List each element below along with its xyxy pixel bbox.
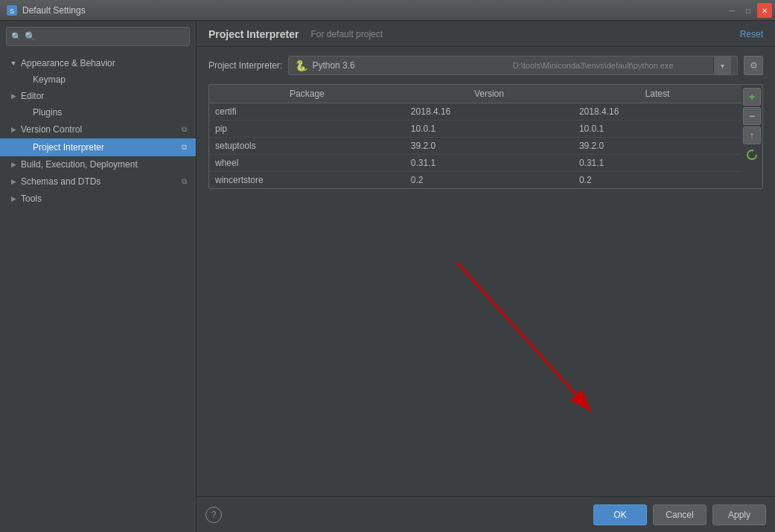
sidebar-item-plugins[interactable]: ▶ Plugins — [0, 104, 196, 121]
content-header-left: Project Interpreter For default project — [208, 28, 383, 40]
table-row[interactable]: wincertstore0.20.2 — [209, 172, 741, 189]
upgrade-package-button[interactable]: ↑ — [743, 126, 761, 144]
maximize-button[interactable]: □ — [741, 3, 756, 18]
cell-package: pip — [209, 121, 405, 138]
content-area: Project Interpreter For default project … — [197, 21, 775, 532]
sidebar-item-label: Keymap — [33, 74, 190, 85]
arrow-icon: ▶ — [9, 194, 18, 203]
table-row[interactable]: setuptools39.2.039.2.0 — [209, 138, 741, 155]
arrow-icon: ▶ — [9, 160, 18, 169]
sidebar-item-tools[interactable]: ▶ Tools — [0, 190, 196, 207]
cell-version: 10.0.1 — [405, 121, 573, 138]
apply-button[interactable]: Apply — [712, 504, 766, 525]
content-header: Project Interpreter For default project … — [197, 21, 775, 47]
add-package-button[interactable]: + — [743, 88, 761, 106]
title-bar-text: Default Settings — [22, 5, 86, 16]
question-mark-icon: ? — [211, 510, 217, 520]
arrow-icon: ▶ — [9, 125, 18, 134]
close-button[interactable]: ✕ — [757, 3, 772, 18]
dropdown-arrow-button[interactable]: ▾ — [713, 57, 731, 74]
refresh-button[interactable] — [743, 146, 761, 164]
sidebar-item-keymap[interactable]: ▶ Keymap — [0, 71, 196, 88]
search-box[interactable]: 🔍 — [6, 27, 190, 46]
content-body: Project Interpreter: 🐍 Python 3.6 D:\too… — [197, 47, 775, 496]
col-header-package: Package — [209, 85, 405, 103]
sidebar-item-label: Editor — [21, 91, 190, 101]
sidebar-item-label: Appearance & Behavior — [21, 58, 190, 68]
sidebar-nav: ▼ Appearance & Behavior ▶ Keymap ▶ Edito… — [0, 52, 196, 532]
table-row[interactable]: wheel0.31.10.31.1 — [209, 155, 741, 172]
cell-package: wincertstore — [209, 172, 405, 189]
cell-version: 0.31.1 — [405, 155, 573, 172]
package-table-container: Package Version Latest certifi2018.4.162… — [208, 84, 763, 189]
svg-point-2 — [747, 150, 756, 159]
minimize-button[interactable]: ─ — [724, 3, 739, 18]
arrow-icon: ▶ — [9, 177, 18, 186]
title-bar: S Default Settings ─ □ ✕ — [0, 0, 775, 21]
cell-latest: 10.0.1 — [573, 121, 741, 138]
interpreter-select[interactable]: 🐍 Python 3.6 D:\tools\Miniconda3\envs\de… — [288, 56, 738, 75]
bottom-bar: ? OK Cancel Apply — [197, 496, 775, 532]
interpreter-path: D:\tools\Miniconda3\envs\default\python.… — [513, 61, 713, 70]
cell-version: 2018.4.16 — [405, 103, 573, 121]
interpreter-label: Project Interpreter: — [208, 60, 282, 71]
cell-latest: 39.2.0 — [573, 138, 741, 155]
sidebar-item-label: Tools — [21, 193, 190, 204]
cancel-button[interactable]: Cancel — [653, 504, 707, 525]
content-title: Project Interpreter — [208, 28, 299, 40]
svg-line-4 — [457, 263, 591, 411]
cell-package: setuptools — [209, 138, 405, 155]
cell-package: certifi — [209, 103, 405, 121]
copy-icon: ⧉ — [178, 124, 190, 135]
table-side-buttons: + − ↑ — [741, 85, 762, 167]
cell-version: 0.2 — [405, 172, 573, 189]
interpreter-version: Python 3.6 — [312, 60, 512, 71]
interpreter-settings-button[interactable]: ⚙ — [744, 56, 763, 75]
ok-button[interactable]: OK — [593, 504, 647, 525]
sidebar-item-label: Schemas and DTDs — [21, 176, 178, 187]
app-icon: S — [6, 4, 18, 16]
content-subtitle: For default project — [310, 29, 383, 39]
reset-link[interactable]: Reset — [740, 29, 763, 39]
sidebar-item-version-control[interactable]: ▶ Version Control ⧉ — [0, 121, 196, 138]
table-row[interactable]: certifi2018.4.162018.4.16 — [209, 103, 741, 121]
help-button[interactable]: ? — [205, 507, 222, 523]
copy-icon: ⧉ — [178, 176, 190, 188]
sidebar-item-label: Build, Execution, Deployment — [21, 159, 190, 170]
title-bar-controls: ─ □ ✕ — [724, 3, 772, 18]
cell-latest: 0.2 — [573, 172, 741, 189]
sidebar: 🔍 ▼ Appearance & Behavior ▶ Keymap ▶ Edi… — [0, 21, 197, 532]
sidebar-item-label: Plugins — [33, 107, 190, 118]
sidebar-item-label: Version Control — [21, 124, 178, 135]
svg-text:S: S — [10, 7, 14, 15]
cell-version: 39.2.0 — [405, 138, 573, 155]
sidebar-item-appearance[interactable]: ▼ Appearance & Behavior — [0, 55, 196, 71]
col-header-latest: Latest — [573, 85, 741, 103]
search-icon: 🔍 — [11, 32, 22, 42]
python-icon: 🐍 — [295, 60, 307, 71]
table-row[interactable]: pip10.0.110.0.1 — [209, 121, 741, 138]
cell-package: wheel — [209, 155, 405, 172]
bottom-left: ? — [205, 507, 222, 523]
sidebar-item-build[interactable]: ▶ Build, Execution, Deployment — [0, 156, 196, 173]
bottom-right: OK Cancel Apply — [593, 504, 766, 525]
search-input[interactable] — [25, 31, 185, 42]
arrow-icon: ▼ — [9, 59, 18, 68]
package-table: Package Version Latest certifi2018.4.162… — [209, 85, 741, 188]
cell-latest: 0.31.1 — [573, 155, 741, 172]
arrow-icon: ▶ — [9, 92, 18, 100]
sidebar-item-schemas[interactable]: ▶ Schemas and DTDs ⧉ — [0, 173, 196, 190]
copy-icon: ⧉ — [178, 141, 190, 153]
sidebar-item-project-interpreter[interactable]: ▶ Project Interpreter ⧉ — [0, 138, 196, 156]
gear-icon: ⚙ — [750, 60, 758, 71]
remove-package-button[interactable]: − — [743, 107, 761, 125]
interpreter-row: Project Interpreter: 🐍 Python 3.6 D:\too… — [208, 56, 763, 75]
sidebar-item-editor[interactable]: ▶ Editor — [0, 88, 196, 104]
cell-latest: 2018.4.16 — [573, 103, 741, 121]
sidebar-item-label: Project Interpreter — [33, 142, 178, 153]
main-layout: 🔍 ▼ Appearance & Behavior ▶ Keymap ▶ Edi… — [0, 21, 775, 532]
col-header-version: Version — [405, 85, 573, 103]
